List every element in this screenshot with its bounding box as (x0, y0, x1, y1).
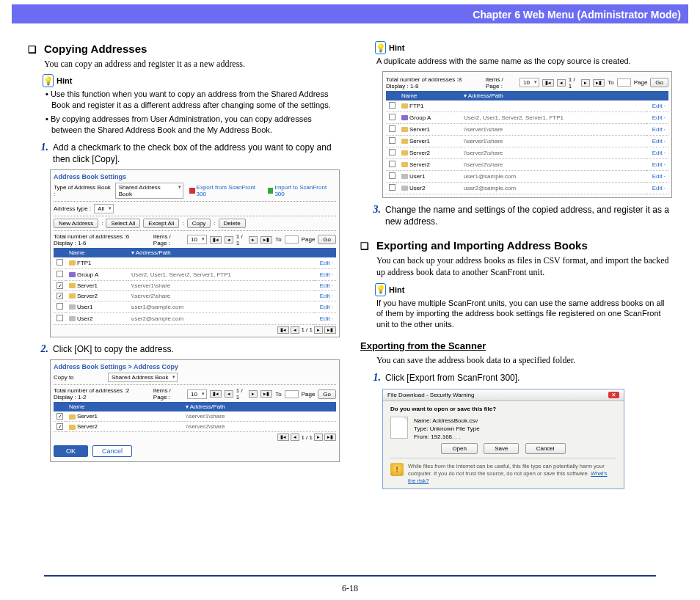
fig2-perpage[interactable]: 10 (187, 389, 207, 399)
cancel-button[interactable]: Cancel (92, 445, 132, 457)
pager-next-b[interactable]: ▸ (314, 326, 323, 334)
new-address-button[interactable]: New Address (54, 219, 98, 228)
go-button-2[interactable]: Go (318, 389, 336, 399)
row-checkbox[interactable] (389, 137, 395, 144)
edit-link[interactable]: Edit (320, 271, 330, 278)
go-button[interactable]: Go (318, 235, 336, 244)
type-icon (69, 414, 76, 420)
copying-intro: You can copy an address and register it … (44, 58, 340, 70)
pager-last-b[interactable]: ▸▮ (324, 326, 336, 334)
type-icon (401, 162, 408, 167)
step-number-3: 3. (369, 204, 381, 227)
edit-link[interactable]: Edit (320, 315, 330, 322)
export-intro: You can back up your address books as fi… (376, 255, 672, 278)
edit-link[interactable]: Edit (320, 282, 330, 289)
page-input-3[interactable] (617, 78, 631, 87)
type-icon (401, 186, 408, 191)
except-all-button[interactable]: Except All (143, 219, 179, 228)
export-step-1: Click [Export from ScanFront 300]. (385, 372, 672, 384)
edit-link[interactable]: Edit (652, 103, 663, 109)
edit-link[interactable]: Edit (652, 126, 663, 133)
row-checkbox[interactable] (56, 303, 63, 310)
fig2-copyto-select[interactable]: Shared Address Book (108, 373, 178, 382)
table-row: Group AUser2, User1, Server2, Server1, F… (54, 268, 336, 280)
import-link[interactable]: Import to ScanFront 300 (268, 184, 336, 197)
step-number-2: 2. (37, 343, 48, 355)
select-all-button[interactable]: Select All (106, 219, 140, 228)
shield-icon: ! (390, 463, 404, 476)
row-checkbox[interactable] (56, 271, 63, 277)
table-row: ✓Server2\\server2\share (54, 422, 336, 432)
edit-link[interactable]: Edit (652, 150, 663, 156)
pager-prev[interactable]: ◂ (225, 236, 233, 244)
copy-button[interactable]: Copy (187, 219, 211, 228)
subsection-exporting: Exporting from the Scanner (360, 340, 672, 351)
table-row: ✓Server1\\server1\shareEdit · (54, 280, 336, 290)
export-hint-text: If you have multiple ScanFront units, yo… (376, 298, 672, 331)
section-copying-addresses: Copying Addresses (28, 43, 340, 55)
warning-text: While files from the Internet can be use… (408, 463, 616, 484)
fig1-count-a: Total number of addresses :6 Display : 1… (54, 233, 147, 246)
type-icon (401, 103, 408, 109)
pager-first[interactable]: ▮◂ (210, 236, 222, 244)
close-button[interactable]: ✕ (608, 392, 619, 398)
page-input-2[interactable] (285, 390, 299, 398)
row-checkbox[interactable] (389, 114, 395, 120)
edit-link[interactable]: Edit (652, 185, 663, 191)
fig1-perpage[interactable]: 10 (187, 235, 207, 244)
left-column: Copying Addresses You can copy an addres… (28, 37, 340, 494)
edit-link[interactable]: Edit (652, 173, 663, 180)
row-checkbox[interactable]: ✓ (56, 293, 63, 299)
type-icon (401, 139, 408, 144)
row-checkbox[interactable] (389, 102, 395, 109)
row-checkbox[interactable] (389, 172, 395, 179)
edit-link[interactable]: Edit (652, 161, 663, 168)
page-number: 6-18 (0, 583, 700, 594)
fig3-perpage[interactable]: 10 (519, 78, 539, 87)
hint-label: Hint (56, 76, 72, 85)
edit-link[interactable]: Edit (320, 293, 330, 299)
page-input[interactable] (285, 235, 299, 244)
delete-button[interactable]: Delete (219, 219, 246, 228)
th-name-3[interactable]: Name (398, 91, 461, 100)
open-button[interactable]: Open (441, 443, 478, 454)
th-name[interactable]: Name (66, 248, 128, 257)
go-button-3[interactable]: Go (650, 78, 668, 87)
fig1-addrtype-select[interactable]: All (94, 204, 114, 213)
edit-link[interactable]: Edit (320, 304, 330, 310)
pager-prev-b[interactable]: ◂ (291, 326, 299, 334)
row-checkbox[interactable] (56, 259, 63, 266)
th-name-2[interactable]: Name (66, 402, 183, 411)
to-label: To (275, 236, 281, 243)
row-checkbox[interactable] (389, 149, 395, 156)
pager-first-b[interactable]: ▮◂ (277, 326, 289, 334)
file-name: AddressBook.csv (432, 417, 478, 424)
edit-link[interactable]: Edit (652, 114, 663, 121)
cancel-dlg-button[interactable]: Cancel (525, 443, 566, 454)
row-checkbox[interactable] (389, 184, 395, 191)
page-label: Page (302, 236, 316, 243)
edit-link[interactable]: Edit (320, 260, 330, 266)
type-icon (69, 425, 76, 430)
edit-link[interactable]: Edit (652, 138, 663, 144)
pager-next[interactable]: ▸ (249, 236, 258, 244)
fig2-count-a: Total number of addresses :2 Display : 1… (54, 387, 147, 400)
fig1-type-select[interactable]: Shared Address Book (115, 183, 183, 199)
type-icon (69, 283, 76, 288)
table-row: Group AUser2, User1, Server2, Server1, F… (386, 111, 668, 123)
save-button[interactable]: Save (484, 443, 519, 454)
row-checkbox[interactable] (389, 161, 395, 167)
ok-button[interactable]: OK (54, 445, 88, 457)
row-checkbox[interactable]: ✓ (56, 423, 63, 430)
export-link[interactable]: Export from ScanFront 300 (189, 184, 265, 197)
fig2-copyto-label: Copy to (54, 374, 105, 381)
row-checkbox[interactable] (389, 125, 395, 132)
table-row: Server2\\server2\shareEdit · (386, 158, 668, 170)
row-checkbox[interactable]: ✓ (56, 282, 63, 289)
figure-address-copy: Address Book Settings > Address Copy Cop… (50, 359, 340, 462)
row-checkbox[interactable] (56, 315, 63, 321)
figure-file-download-dialog: File Download - Security Warning ✕ Do yo… (382, 389, 624, 490)
row-checkbox[interactable]: ✓ (56, 413, 63, 420)
pager-last[interactable]: ▸▮ (260, 236, 272, 244)
export-icon (189, 188, 195, 194)
